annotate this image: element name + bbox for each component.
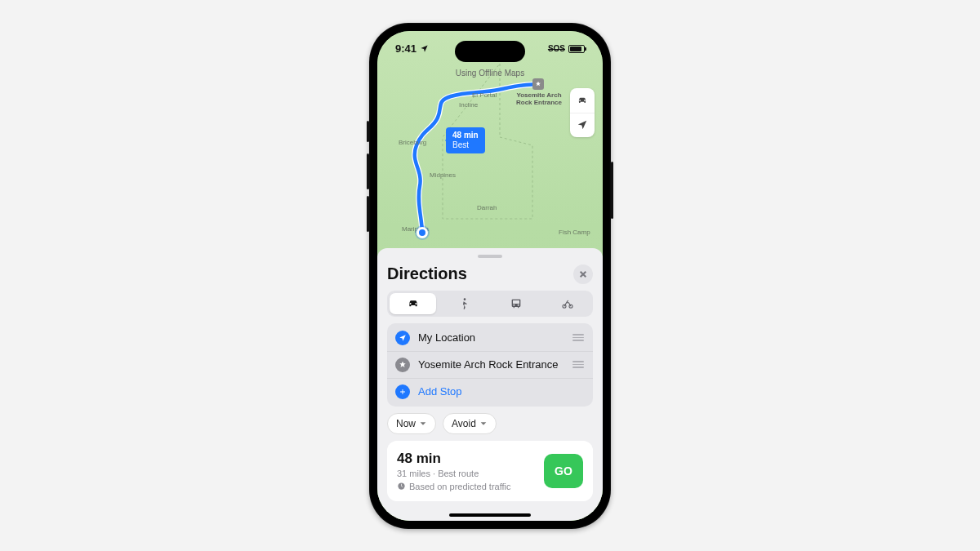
map-label-darrah: Darrah (477, 204, 497, 211)
route-badge[interactable]: 48 min Best (446, 127, 485, 153)
origin-pin[interactable] (416, 227, 428, 238)
volume-up (367, 153, 369, 189)
transport-mode-segmented (387, 291, 593, 317)
avoid-label: Avoid (452, 418, 476, 429)
option-chips: Now Avoid (387, 413, 593, 434)
destination-pin[interactable] (532, 78, 544, 90)
volume-down (367, 196, 369, 232)
mode-walk[interactable] (441, 293, 488, 314)
go-label: GO (555, 464, 572, 478)
map-tool-stack (570, 88, 595, 137)
route-summary-card[interactable]: 48 min 31 miles · Best route Based on pr… (387, 441, 593, 501)
stop-origin-row[interactable]: My Location (387, 325, 593, 351)
add-stop-label: Add Stop (418, 385, 585, 398)
sheet-grabber[interactable] (478, 255, 502, 258)
my-location-icon (395, 331, 410, 345)
add-stop-row[interactable]: Add Stop (387, 378, 593, 405)
route-time: 48 min (397, 451, 511, 467)
route-badge-sub: Best (452, 140, 479, 150)
clock-icon (397, 482, 406, 491)
recenter-button[interactable] (570, 113, 595, 137)
map-label-briceburg: Briceburg (399, 139, 426, 146)
map-label-elportal: El Portal (472, 91, 497, 99)
route-subtitle: 31 miles · Best route (397, 469, 511, 478)
destination-label: Yosemite Arch Rock Entrance (516, 91, 562, 106)
sos-indicator: SOS (548, 44, 565, 53)
svg-point-0 (463, 298, 466, 300)
avoid-chip[interactable]: Avoid (443, 413, 497, 434)
phone-frame: 9:41 SOS Using Offline Maps (369, 23, 611, 529)
mode-cycle[interactable] (544, 293, 590, 314)
battery-icon (568, 45, 585, 53)
depart-time-chip[interactable]: Now (387, 413, 436, 434)
dynamic-island (455, 41, 525, 62)
directions-sheet[interactable]: Directions (377, 248, 603, 521)
location-status-icon (420, 44, 429, 53)
mute-switch (367, 121, 369, 142)
bus-icon (510, 297, 523, 310)
chevron-down-icon (479, 420, 488, 428)
home-indicator[interactable] (449, 513, 531, 517)
route-badge-time: 48 min (452, 131, 479, 140)
stop-destination-row[interactable]: Yosemite Arch Rock Entrance (387, 351, 593, 378)
car-icon (407, 297, 420, 310)
close-icon (579, 270, 587, 278)
map-label-incline: Incline (459, 101, 478, 109)
stops-list: My Location Yosemite Arch Rock Entrance … (387, 323, 593, 407)
map-mode-button[interactable] (570, 88, 595, 113)
depart-time-label: Now (396, 418, 416, 429)
side-button (611, 162, 613, 219)
walk-icon (458, 297, 471, 310)
map-label-midpines: Midpines (430, 171, 456, 179)
map-label-fishcamp: Fish Camp (559, 229, 590, 236)
go-button[interactable]: GO (544, 454, 583, 488)
stop-origin-label: My Location (418, 331, 564, 344)
status-time: 9:41 (395, 42, 416, 55)
chevron-down-icon (419, 420, 427, 428)
stop-destination-label: Yosemite Arch Rock Entrance (418, 358, 564, 371)
destination-icon (395, 358, 410, 372)
bike-icon (561, 297, 574, 310)
reorder-handle[interactable] (572, 361, 585, 368)
route-note: Based on predicted traffic (397, 482, 511, 491)
close-button[interactable] (573, 264, 593, 284)
add-icon (395, 384, 410, 399)
reorder-handle[interactable] (572, 334, 585, 341)
sheet-title: Directions (387, 264, 467, 283)
offline-maps-banner: Using Offline Maps (377, 69, 603, 78)
mode-transit[interactable] (492, 293, 539, 314)
mode-drive[interactable] (390, 293, 436, 314)
